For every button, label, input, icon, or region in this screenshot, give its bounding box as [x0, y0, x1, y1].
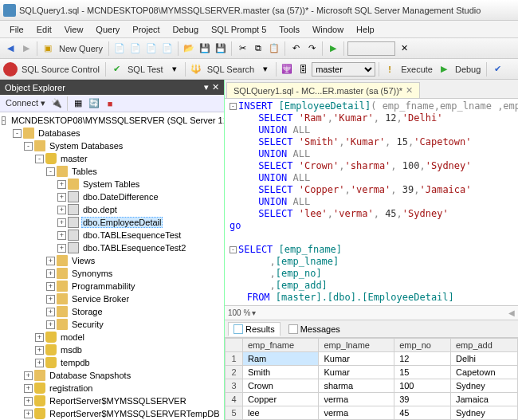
cell[interactable]: Kumar	[319, 366, 394, 379]
tree-tables[interactable]: -Tables	[0, 165, 224, 178]
tree-sysdb[interactable]: -System Databases	[0, 139, 224, 152]
nav-back-icon[interactable]: ◀	[3, 41, 18, 56]
tree-node[interactable]: +Views	[0, 254, 224, 267]
pane-dropdown-icon[interactable]: ▾	[204, 82, 209, 92]
saveall-icon[interactable]: 💾	[214, 41, 228, 56]
table-row[interactable]: 3Crownsharma100Sydney	[226, 379, 518, 393]
sql-search-icon[interactable]: 🔱	[189, 62, 203, 77]
open-icon[interactable]: 📂	[182, 41, 196, 56]
editor-tab[interactable]: SQLQuery1.sql - MC...ER.master (sa (57))…	[226, 82, 420, 98]
cell[interactable]: Sydney	[450, 379, 517, 393]
tb-icon-2[interactable]: 📄	[128, 41, 143, 56]
zoom-dropdown-icon[interactable]: ▾	[252, 308, 256, 317]
menu-view[interactable]: View	[58, 25, 90, 34]
table-row[interactable]: 5leeverma45Sydney	[226, 406, 518, 420]
tree-node[interactable]: +model	[0, 331, 224, 343]
scroll-left-icon[interactable]: ◀	[508, 308, 515, 317]
redo-icon[interactable]: ↷	[304, 41, 319, 56]
tree-node[interactable]: +tempdb	[0, 356, 224, 369]
cell[interactable]: 45	[394, 406, 451, 420]
cell[interactable]: verma	[319, 406, 394, 420]
sql-search-button[interactable]: SQL Search	[205, 65, 257, 74]
tree[interactable]: -MCNDESKTOP08\MYMSSQLSERVER (SQL Server …	[0, 112, 224, 420]
tree-systables[interactable]: +System Tables	[0, 178, 224, 190]
tree-node[interactable]: +Security	[0, 318, 224, 331]
undo-icon[interactable]: ↶	[288, 41, 303, 56]
tree-master[interactable]: -master	[0, 152, 224, 165]
results-tab[interactable]: Results	[228, 322, 281, 336]
tree-databases[interactable]: -Databases	[0, 127, 224, 139]
menu-query[interactable]: Query	[89, 25, 126, 34]
cell[interactable]: Kumar	[319, 352, 394, 366]
cell[interactable]: Jamaica	[450, 393, 517, 406]
tree-node[interactable]: +Service Broker	[0, 292, 224, 305]
new-query-icon[interactable]: ▣	[41, 41, 55, 56]
tree-node[interactable]: +ReportServer$MYMSSQLSERVERTempDB	[0, 407, 224, 420]
tree-table-item[interactable]: +dbo.TABLEsequenceTest	[0, 229, 224, 241]
tree-table-item[interactable]: +dbo.EmployeeDetail	[0, 216, 224, 229]
stop-icon[interactable]: ■	[103, 96, 117, 111]
cell[interactable]: Smith	[243, 366, 319, 379]
menu-project[interactable]: Project	[126, 25, 166, 34]
tab-close-icon[interactable]: ✕	[406, 85, 413, 96]
table-row[interactable]: 2SmithKumar15Capetown	[226, 366, 518, 379]
menu-file[interactable]: File	[3, 25, 30, 34]
cell[interactable]: Crown	[243, 379, 319, 393]
debug-button[interactable]: Debug	[453, 65, 483, 74]
execute-button[interactable]: Execute	[398, 65, 435, 74]
cell[interactable]: Delhi	[450, 352, 517, 366]
refresh-icon[interactable]: 🔄	[87, 96, 101, 111]
chevron-down-icon[interactable]: ▾	[258, 62, 273, 77]
table-row[interactable]: 1RamKumar12Delhi	[226, 352, 518, 366]
sql-test-button[interactable]: SQL Test	[125, 65, 166, 74]
tb-icon-1[interactable]: 📄	[112, 41, 127, 56]
table-row[interactable]: 4Copperverma39Jamaica	[226, 393, 518, 406]
cell[interactable]: Ram	[243, 352, 319, 366]
menu-sqlprompt[interactable]: SQL Prompt 5	[205, 25, 273, 34]
pane-close-icon[interactable]: ✕	[212, 82, 219, 92]
connect-button[interactable]: Connect ▾	[3, 98, 48, 108]
cell[interactable]: Sydney	[450, 406, 517, 420]
clear-icon[interactable]: ✕	[397, 41, 411, 56]
src-ctrl-button[interactable]: SQL Source Control	[19, 65, 102, 74]
cut-icon[interactable]: ✂	[235, 41, 249, 56]
menu-tools[interactable]: Tools	[273, 25, 306, 34]
database-combo[interactable]: master	[312, 62, 375, 77]
col-header[interactable]: emp_add	[450, 339, 517, 352]
save-icon[interactable]: 💾	[198, 41, 212, 56]
cell[interactable]: lee	[243, 406, 319, 420]
parse-icon[interactable]: ✔	[490, 62, 504, 77]
tree-table-item[interactable]: +dbo.dept	[0, 203, 224, 216]
menu-help[interactable]: Help	[350, 25, 381, 34]
tree-server[interactable]: -MCNDESKTOP08\MYMSSQLSERVER (SQL Server …	[0, 114, 224, 127]
src-ctrl-icon[interactable]	[3, 62, 18, 77]
cell[interactable]: Copper	[243, 393, 319, 406]
col-header[interactable]: emp_fname	[243, 339, 319, 352]
config-combo[interactable]	[347, 41, 395, 56]
tree-node[interactable]: +ReportServer$MYMSSQLSERVER	[0, 394, 224, 407]
run-icon[interactable]: ▶	[326, 41, 340, 56]
tree-node[interactable]: +registration	[0, 382, 224, 394]
menu-debug[interactable]: Debug	[167, 25, 205, 34]
cell[interactable]: sharma	[319, 379, 394, 393]
cell[interactable]: 100	[394, 379, 451, 393]
cell[interactable]: 15	[394, 366, 451, 379]
cell[interactable]: Capetown	[450, 366, 517, 379]
tree-node[interactable]: +Storage	[0, 305, 224, 318]
cell[interactable]: 12	[394, 352, 451, 366]
tree-node[interactable]: +Synonyms	[0, 267, 224, 280]
tree-node[interactable]: +Database Snapshots	[0, 369, 224, 382]
execute-icon[interactable]: !	[383, 62, 397, 77]
tree-table-item[interactable]: +dbo.DateDifference	[0, 190, 224, 203]
col-header[interactable]: emp_lname	[319, 339, 394, 352]
sql-test-icon[interactable]: ✔	[109, 62, 124, 77]
chevron-down-icon[interactable]: ▾	[167, 62, 182, 77]
zoom-value[interactable]: 100 %	[228, 308, 250, 317]
copy-icon[interactable]: ⧉	[251, 41, 265, 56]
tb-icon-3[interactable]: 📄	[144, 41, 159, 56]
paste-icon[interactable]: 📋	[267, 41, 281, 56]
results-grid[interactable]: emp_fnameemp_lnameemp_noemp_add1RamKumar…	[225, 337, 518, 420]
menu-window[interactable]: Window	[306, 25, 350, 34]
cell[interactable]: 39	[394, 393, 451, 406]
messages-tab[interactable]: Messages	[284, 323, 345, 336]
